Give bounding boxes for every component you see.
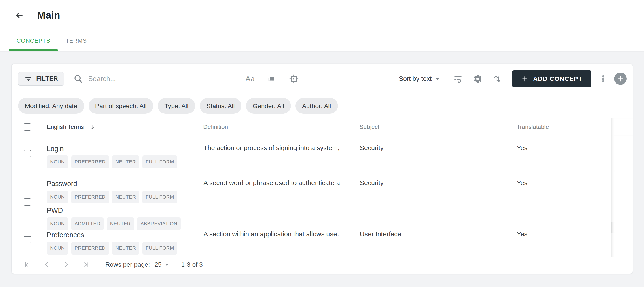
term-text: Login	[47, 144, 177, 153]
pinned-spacer-cell	[611, 222, 633, 257]
chip-type[interactable]: Type: All	[158, 98, 195, 114]
crosshair-icon	[289, 74, 299, 84]
definition-text: A secret word or phrase used to authenti…	[204, 178, 340, 187]
chevron-down-icon	[165, 264, 168, 266]
terms-cell: Login NOUN PREFERRED NEUTER FULL FORM	[12, 136, 192, 171]
wrap-text-button[interactable]	[452, 73, 463, 84]
header-english-terms: English Terms	[12, 118, 192, 136]
term-badge: PREFERRED	[71, 155, 109, 168]
row-checkbox[interactable]	[24, 198, 31, 206]
match-case-button[interactable]: Aa	[245, 73, 255, 84]
next-page-button[interactable]	[60, 259, 71, 270]
swap-vert-button[interactable]	[492, 73, 503, 84]
chevron-down-icon	[436, 77, 440, 80]
last-page-button[interactable]	[80, 259, 90, 270]
rows-per-page-select[interactable]: 25	[154, 261, 169, 268]
search-options: Aa	[245, 73, 299, 84]
table-row[interactable]: Login NOUN PREFERRED NEUTER FULL FORM Th…	[12, 136, 632, 171]
top-bar: Main CONCEPTS TERMS	[0, 0, 644, 51]
last-page-icon	[81, 261, 89, 269]
translatable-cell: Yes	[506, 136, 611, 171]
tab-concepts-label: CONCEPTS	[16, 37, 50, 44]
concepts-card: FILTER Aa	[12, 64, 633, 274]
term-badge: NEUTER	[112, 242, 139, 255]
first-page-button[interactable]	[22, 259, 33, 270]
chip-gender[interactable]: Gender: All	[246, 98, 291, 114]
tab-terms-label: TERMS	[66, 37, 87, 44]
row-checkbox[interactable]	[24, 150, 31, 157]
chevron-right-icon	[62, 261, 70, 269]
barcode-icon	[267, 74, 277, 84]
term-badge: PREFERRED	[71, 242, 109, 255]
pinned-spacer-cell	[611, 136, 633, 171]
first-page-icon	[24, 261, 32, 269]
toolbar-right-group: Sort by text	[399, 70, 626, 87]
plus-icon	[521, 75, 528, 83]
row-checkbox[interactable]	[24, 236, 31, 244]
previous-page-button[interactable]	[41, 259, 52, 270]
term-text: Preferences	[47, 231, 177, 240]
column-label-english-terms: English Terms	[47, 123, 84, 130]
filter-button-label: FILTER	[36, 75, 58, 82]
table-row[interactable]: Preferences NOUN PREFERRED NEUTER FULL F…	[12, 222, 632, 255]
crosshair-button[interactable]	[288, 73, 299, 84]
search-box	[73, 74, 245, 84]
term-badges: NOUN PREFERRED NEUTER FULL FORM	[47, 155, 177, 168]
terms-block: Preferences NOUN PREFERRED NEUTER FULL F…	[47, 222, 177, 257]
definition-cell: The action or process of signing into a …	[192, 136, 349, 171]
page-title: Main	[37, 9, 60, 21]
definition-text: A section within an application that all…	[204, 230, 340, 239]
term-text: Password	[47, 179, 181, 188]
term-badge: NOUN	[47, 155, 68, 168]
kebab-icon	[598, 74, 608, 83]
tab-concepts[interactable]: CONCEPTS	[9, 30, 58, 51]
term-badge: FULL FORM	[142, 191, 177, 204]
swap-vert-icon	[492, 74, 502, 83]
sort-dropdown[interactable]: Sort by text	[399, 75, 440, 82]
search-input[interactable]	[88, 75, 245, 83]
tab-terms[interactable]: TERMS	[58, 30, 94, 51]
sort-desc-icon[interactable]	[89, 123, 96, 130]
rows-per-page-label: Rows per page:	[105, 261, 150, 268]
term-badge: NEUTER	[112, 191, 139, 204]
pagination-bar: Rows per page: 25 1-3 of 3	[12, 255, 632, 274]
chip-author[interactable]: Author: All	[296, 98, 338, 114]
filter-icon	[24, 75, 33, 83]
tab-bar: CONCEPTS TERMS	[9, 30, 94, 51]
add-concept-label: ADD CONCEPT	[533, 75, 582, 82]
term-badge: PREFERRED	[71, 191, 109, 204]
chip-status[interactable]: Status: All	[200, 98, 242, 114]
header-translatable: Translatable	[506, 118, 611, 136]
filter-button[interactable]: FILTER	[18, 72, 64, 85]
toolbar-icons	[452, 73, 503, 84]
arrow-left-icon	[15, 11, 24, 20]
add-concept-button[interactable]: ADD CONCEPT	[512, 70, 592, 87]
subject-cell: Security	[349, 136, 506, 171]
table-row[interactable]: Password NOUN PREFERRED NEUTER FULL FORM…	[12, 171, 632, 222]
settings-button[interactable]	[472, 73, 483, 84]
barcode-button[interactable]	[266, 73, 277, 84]
more-options-button[interactable]	[598, 73, 608, 84]
toolbar: FILTER Aa	[12, 64, 632, 94]
sort-dropdown-label: Sort by text	[399, 75, 432, 82]
chip-part-of-speech[interactable]: Part of speech: All	[88, 98, 154, 114]
terms-cell: Preferences NOUN PREFERRED NEUTER FULL F…	[12, 222, 192, 257]
active-tab-underline	[9, 49, 58, 51]
select-all-checkbox[interactable]	[24, 123, 31, 131]
match-case-icon: Aa	[246, 74, 255, 83]
terms-block: Login NOUN PREFERRED NEUTER FULL FORM	[47, 136, 177, 171]
add-column-button[interactable]	[614, 73, 626, 85]
search-icon	[73, 74, 83, 84]
chip-modified[interactable]: Modified: Any date	[18, 98, 84, 114]
term-badge: NOUN	[47, 191, 68, 204]
subject-cell: User Interface	[349, 222, 506, 257]
header-subject: Subject	[349, 118, 506, 136]
filter-chips: Modified: Any date Part of speech: All T…	[12, 94, 632, 118]
definition-text: The action or process of signing into a …	[204, 143, 340, 152]
header-pinned-spacer	[611, 118, 633, 136]
pagination-range: 1-3 of 3	[181, 261, 203, 268]
back-button[interactable]	[14, 10, 24, 20]
rows-per-page-value: 25	[154, 261, 162, 268]
term-badge: NEUTER	[112, 155, 139, 168]
wrap-text-icon	[453, 74, 463, 83]
